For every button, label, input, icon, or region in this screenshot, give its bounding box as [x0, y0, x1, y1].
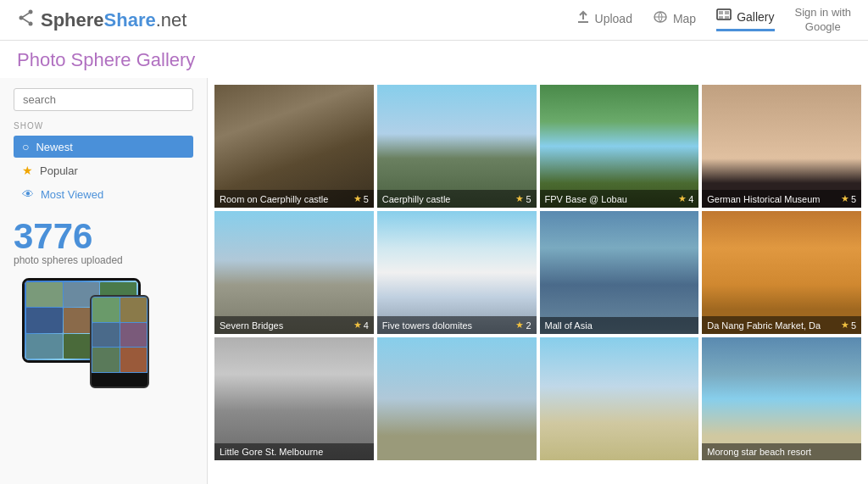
page-title: Photo Sphere Gallery [0, 41, 868, 78]
gallery-item[interactable]: Severn Bridges★ 4 [214, 211, 374, 334]
gallery-item-stars: ★ 4 [678, 193, 693, 204]
gallery-item[interactable]: FPV Base @ Lobau★ 4 [540, 85, 699, 208]
gallery-item[interactable]: Mall of Asia [540, 211, 699, 334]
gallery-item-stars: ★ 5 [353, 193, 369, 204]
logo-share: Share [104, 9, 156, 31]
gallery-item-title: Da Nang Fabric Market, Da [707, 320, 821, 331]
nav-map[interactable]: Map [653, 10, 696, 31]
gallery-item[interactable]: Morong star beach resort [702, 337, 861, 460]
filter-most-viewed[interactable]: 👁 Most Viewed [14, 183, 193, 205]
gallery-caption: FPV Base @ Lobau★ 4 [540, 190, 699, 208]
gallery-item[interactable]: Five towers dolomites★ 2 [377, 211, 537, 334]
gallery-item[interactable]: Little Gore St. Melbourne [214, 337, 374, 460]
most-viewed-icon: 👁 [22, 187, 34, 201]
svg-rect-10 [725, 11, 729, 14]
logo-net: .net [156, 9, 187, 31]
phone-mockup [90, 295, 149, 388]
filter-popular-label: Popular [40, 164, 78, 177]
gallery: Room on Caerphilly castle★ 5Caerphilly c… [208, 78, 868, 484]
svg-line-4 [23, 19, 29, 23]
gallery-label: Gallery [737, 10, 774, 24]
upload-label: Upload [595, 12, 632, 25]
gallery-item[interactable]: Caerphilly castle★ 5 [377, 85, 537, 208]
star-icon: ★ [841, 193, 849, 204]
star-icon: ★ [841, 320, 849, 331]
filter-most-viewed-label: Most Viewed [41, 188, 103, 201]
popular-icon: ★ [22, 164, 33, 177]
phone-screen [92, 297, 147, 373]
gallery-item[interactable]: Da Nang Fabric Market, Da★ 5 [702, 211, 861, 334]
gallery-item-title: Little Gore St. Melbourne [220, 447, 323, 457]
map-icon [653, 10, 668, 27]
gallery-item-title: Morong star beach resort [707, 447, 811, 457]
sidebar: SHOW ○ Newest ★ Popular 👁 Most Viewed 37… [0, 78, 208, 484]
sign-in-label: Sign in withGoogle [795, 6, 851, 33]
gallery-caption: Da Nang Fabric Market, Da★ 5 [702, 316, 861, 334]
gallery-item-title: FPV Base @ Lobau [545, 194, 627, 204]
gallery-item-stars: ★ 5 [841, 193, 856, 204]
gallery-item-title: Mall of Asia [545, 320, 593, 331]
gallery-caption: Morong star beach resort [702, 443, 861, 460]
filter-newest[interactable]: ○ Newest [14, 136, 193, 158]
star-icon: ★ [515, 320, 524, 331]
nav-upload[interactable]: Upload [576, 10, 632, 31]
share-icon [17, 8, 36, 31]
newest-icon: ○ [22, 140, 29, 153]
count-number: 3776 [14, 219, 193, 254]
star-icon: ★ [678, 193, 687, 204]
map-label: Map [673, 12, 696, 25]
svg-rect-11 [719, 16, 723, 19]
star-icon: ★ [515, 193, 524, 204]
gallery-caption: Little Gore St. Melbourne [214, 443, 374, 460]
gallery-caption: German Historical Museum★ 5 [702, 190, 861, 208]
gallery-item[interactable]: Room on Caerphilly castle★ 5 [214, 85, 374, 208]
gallery-caption: Severn Bridges★ 4 [214, 316, 374, 334]
gallery-item-stars: ★ 4 [353, 320, 369, 331]
nav: Upload Map Galle [576, 6, 851, 35]
gallery-item-stars: ★ 5 [841, 320, 856, 331]
sign-in-button[interactable]: Sign in withGoogle [795, 6, 851, 35]
gallery-item-title: Room on Caerphilly castle [220, 194, 328, 204]
star-icon: ★ [353, 320, 362, 331]
search-input[interactable] [14, 88, 193, 111]
gallery-caption: Five towers dolomites★ 2 [377, 316, 537, 334]
gallery-caption: Caerphilly castle★ 5 [377, 190, 537, 208]
gallery-item[interactable] [540, 337, 699, 460]
gallery-item[interactable] [377, 337, 537, 460]
gallery-item-stars: ★ 5 [515, 193, 531, 204]
main: SHOW ○ Newest ★ Popular 👁 Most Viewed 37… [0, 78, 868, 484]
svg-point-2 [29, 22, 33, 26]
svg-point-0 [29, 10, 33, 14]
gallery-grid: Room on Caerphilly castle★ 5Caerphilly c… [214, 85, 861, 460]
app-mockup [14, 278, 183, 388]
filter-popular[interactable]: ★ Popular [14, 159, 193, 181]
gallery-item-title: Five towers dolomites [382, 320, 472, 331]
nav-gallery[interactable]: Gallery [716, 8, 774, 31]
gallery-caption: Mall of Asia [540, 317, 699, 334]
header: SphereShare.net Upload Map [0, 0, 868, 41]
gallery-item[interactable]: German Historical Museum★ 5 [702, 85, 861, 208]
svg-rect-9 [719, 11, 723, 14]
star-icon: ★ [353, 193, 362, 204]
show-label: SHOW [14, 121, 193, 131]
gallery-item-stars: ★ 2 [515, 320, 531, 331]
svg-line-3 [23, 14, 29, 18]
filter-newest-label: Newest [36, 141, 72, 153]
logo-sphere: Sphere [41, 9, 104, 31]
gallery-icon [716, 8, 732, 25]
gallery-caption: Room on Caerphilly castle★ 5 [214, 190, 374, 208]
logo-area: SphereShare.net [17, 8, 576, 31]
svg-point-1 [19, 16, 24, 20]
upload-icon [576, 10, 590, 27]
gallery-item-title: Caerphilly castle [382, 194, 451, 204]
count-label: photo spheres uploaded [14, 254, 193, 266]
svg-rect-12 [725, 16, 729, 19]
gallery-item-title: Severn Bridges [220, 320, 283, 331]
gallery-item-title: German Historical Museum [707, 194, 820, 204]
